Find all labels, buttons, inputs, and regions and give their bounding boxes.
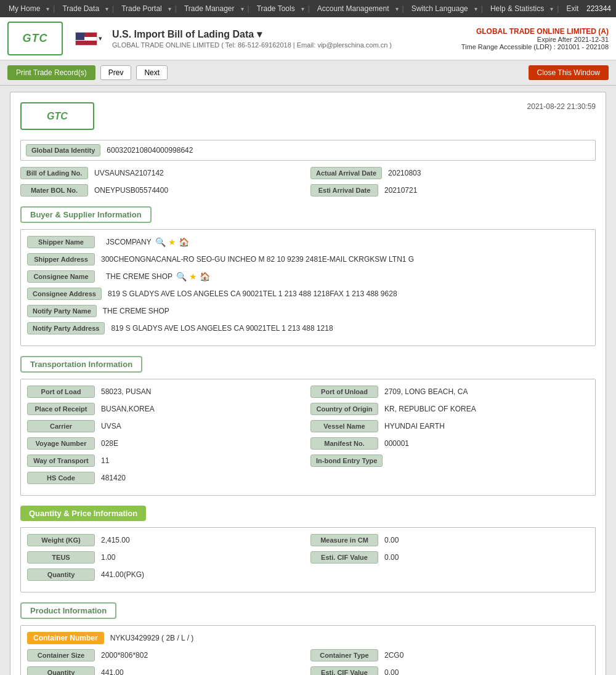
top-navigation: My Home▾ | Trade Data▾ | Trade Portal▾ |…	[0, 0, 616, 17]
vessel-name-value: HYUNDAI EARTH	[384, 422, 589, 430]
voyage-label: Voyage Number	[27, 437, 95, 450]
shipper-name-row: Shipper Name JSCOMPANY 🔍 ★ 🏠	[27, 236, 589, 248]
buyer-supplier-title: Buyer & Supplier Information	[20, 206, 152, 223]
nav-switch-language[interactable]: Switch Language	[408, 2, 472, 15]
weight-measure-row: Weight (KG) 2,415.00 Measure in CM 0.00	[27, 534, 589, 546]
place-receipt-col: Place of Receipt BUSAN,KOREA	[27, 403, 306, 415]
vessel-name-col: Vessel Name HYUNDAI EARTH	[310, 420, 589, 432]
mater-bol-col: Mater BOL No. ONEYPUSB05574400	[20, 184, 306, 196]
flag-select[interactable]: ▾	[99, 34, 102, 42]
measure-cm-value: 0.00	[384, 536, 589, 544]
container-size-type-row: Container Size 2000*806*802 Container Ty…	[27, 649, 589, 661]
transportation-content: Port of Load 58023, PUSAN Port of Unload…	[20, 379, 596, 496]
notify-party-address-label: Notify Party Address	[27, 322, 105, 334]
nav-trade-manager[interactable]: Trade Manager	[180, 2, 238, 15]
carrier-vessel-row: Carrier UVSA Vessel Name HYUNDAI EARTH	[27, 420, 589, 432]
manifest-value: 000001	[384, 439, 589, 448]
port-load-col: Port of Load 58023, PUSAN	[27, 386, 306, 398]
actual-arrival-value: 20210803	[388, 169, 596, 177]
product-qty-value: 441.00	[101, 668, 306, 675]
product-section: Product Information Container Number NYK…	[20, 602, 596, 675]
way-transport-label: Way of Transport	[27, 455, 95, 467]
prev-button-top[interactable]: Prev	[100, 65, 132, 80]
consignee-name-wrapper: THE CREME SHOP 🔍 ★ 🏠	[106, 272, 589, 281]
teus-cif-row: TEUS 1.00 Esti. CIF Value 0.00	[27, 551, 589, 564]
page-subtitle: GLOBAL TRADE ONLINE LIMITED ( Tel: 86-51…	[112, 41, 461, 49]
carrier-label: Carrier	[27, 420, 95, 432]
place-receipt-label: Place of Receipt	[27, 403, 95, 415]
esti-arrival-col: Esti Arrival Date 20210721	[310, 184, 596, 196]
hs-code-label: HS Code	[27, 472, 95, 484]
consignee-star-icon[interactable]: ★	[189, 272, 197, 281]
weight-label: Weight (KG)	[27, 534, 95, 546]
country-origin-col: Country of Origin KR, REPUBLIC OF KOREA	[310, 403, 589, 415]
shipper-address-row: Shipper Address 300CHEONGNACANAL-RO SEO-…	[27, 253, 589, 265]
global-data-id-label: Global Data Identity	[26, 144, 100, 156]
page-title: U.S. Import Bill of Lading Data ▾	[112, 28, 461, 40]
product-cif-col: Esti. CIF Value 0.00	[310, 666, 589, 675]
carrier-col: Carrier UVSA	[27, 420, 306, 432]
user-id: 223344	[586, 4, 611, 13]
expire-info: Expire After 2021-12-31	[461, 36, 609, 43]
quantity-price-title: Quantity & Price Information	[20, 506, 146, 521]
nav-my-home[interactable]: My Home	[5, 2, 44, 15]
time-range: Time Range Accessible (LDR) : 201001 - 2…	[461, 43, 609, 51]
in-bond-col: In-bond Entry Type	[310, 455, 589, 467]
product-qty-cif-row: Quantity 441.00 Esti. CIF Value 0.00	[27, 666, 589, 675]
bol-col: Bill of Lading No. UVSAUNSA2107142	[20, 167, 306, 179]
teus-col: TEUS 1.00	[27, 551, 306, 564]
page-title-area: U.S. Import Bill of Lading Data ▾ GLOBAL…	[112, 28, 461, 49]
container-size-col: Container Size 2000*806*802	[27, 649, 306, 661]
bol-row: Bill of Lading No. UVSAUNSA2107142 Actua…	[20, 167, 596, 179]
buyer-supplier-section: Buyer & Supplier Information Shipper Nam…	[20, 206, 596, 346]
carrier-value: UVSA	[101, 422, 306, 430]
card-logo: GTC	[20, 102, 94, 130]
notify-party-address-value: 819 S GLADYS AVE LOS ANGELES CA 90021TEL…	[111, 324, 589, 333]
shipper-address-value: 300CHEONGNACANAL-RO SEO-GU INCHEO M 82 1…	[101, 255, 589, 264]
shipper-search-icon[interactable]: 🔍	[155, 237, 166, 247]
consignee-home-icon[interactable]: 🏠	[200, 272, 210, 281]
quantity-price-content: Weight (KG) 2,415.00 Measure in CM 0.00 …	[20, 527, 596, 592]
notify-party-name-label: Notify Party Name	[27, 305, 97, 317]
nav-trade-tools[interactable]: Trade Tools	[253, 2, 299, 15]
measure-cm-col: Measure in CM 0.00	[310, 534, 589, 546]
shipper-star-icon[interactable]: ★	[168, 237, 176, 247]
way-transport-value: 11	[101, 456, 306, 465]
shipper-home-icon[interactable]: 🏠	[179, 237, 189, 247]
voyage-manifest-row: Voyage Number 028E Manifest No. 000001	[27, 437, 589, 450]
manifest-label: Manifest No.	[310, 437, 378, 450]
company-logo: GTC	[7, 22, 63, 55]
product-cif-value: 0.00	[384, 668, 589, 675]
page-title-dropdown[interactable]: ▾	[257, 29, 262, 39]
nav-trade-portal[interactable]: Trade Portal	[118, 2, 166, 15]
nav-trade-data[interactable]: Trade Data	[59, 2, 103, 15]
header-bar: GTC ▾ U.S. Import Bill of Lading Data ▾ …	[0, 17, 616, 60]
close-window-button-top[interactable]: Close This Window	[529, 65, 609, 80]
flag-area: ▾	[75, 32, 102, 46]
next-button-top[interactable]: Next	[136, 65, 168, 80]
product-qty-label: Quantity	[27, 666, 95, 675]
container-number-row: Container Number NYKU3429929 ( 2B / L / …	[27, 632, 589, 644]
mater-bol-row: Mater BOL No. ONEYPUSB05574400 Esti Arri…	[20, 184, 596, 196]
bol-no-value: UVSAUNSA2107142	[94, 169, 306, 177]
receipt-origin-row: Place of Receipt BUSAN,KOREA Country of …	[27, 403, 589, 415]
notify-party-name-row: Notify Party Name THE CREME SHOP	[27, 305, 589, 317]
country-origin-value: KR, REPUBLIC OF KOREA	[384, 405, 589, 413]
mater-bol-label: Mater BOL No.	[20, 184, 88, 196]
hs-code-value: 481420	[101, 474, 589, 482]
port-unload-col: Port of Unload 2709, LONG BEACH, CA	[310, 386, 589, 398]
nav-account-management[interactable]: Account Management	[314, 2, 393, 15]
nav-help-statistics[interactable]: Help & Statistics	[487, 2, 548, 15]
container-size-value: 2000*806*802	[101, 651, 306, 660]
esti-arrival-label: Esti Arrival Date	[310, 184, 378, 196]
product-qty-col: Quantity 441.00	[27, 666, 306, 675]
esti-cif-col: Esti. CIF Value 0.00	[310, 551, 589, 564]
print-record-button-top[interactable]: Print Trade Record(s)	[7, 65, 95, 80]
actual-arrival-col: Actual Arrival Date 20210803	[310, 167, 596, 179]
container-number-value: NYKU3429929 ( 2B / L / )	[110, 634, 589, 642]
port-unload-label: Port of Unload	[310, 386, 378, 398]
flag-image	[75, 32, 97, 46]
consignee-search-icon[interactable]: 🔍	[176, 272, 187, 281]
transportation-title: Transportation Information	[20, 356, 142, 373]
nav-exit[interactable]: Exit	[562, 2, 582, 15]
